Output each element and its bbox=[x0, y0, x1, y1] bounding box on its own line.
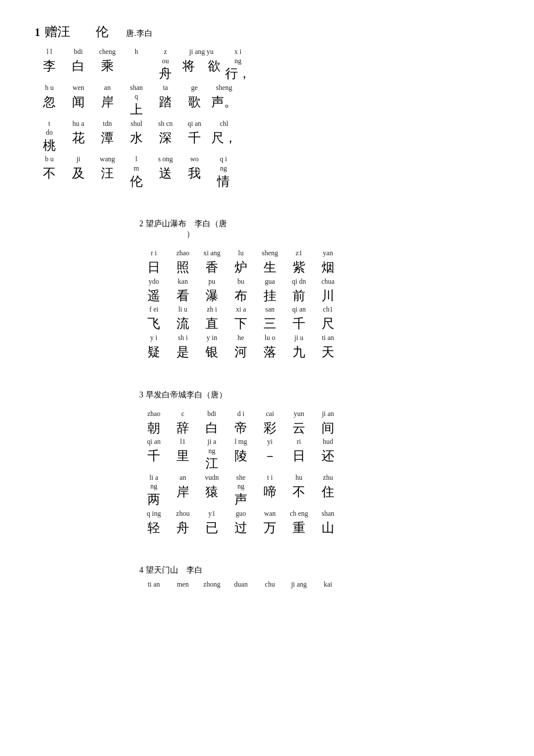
word-unit: qi an 千 bbox=[180, 120, 209, 154]
word-unit: xi ang 香 bbox=[197, 249, 226, 276]
poem-3-line-1: zhao 朝 c 辞 bdi 白 d i 帝 cai 彩 yun 云 bbox=[139, 410, 499, 437]
word-unit: kan 看 bbox=[168, 277, 197, 305]
word-unit: bdi 白 bbox=[197, 410, 226, 437]
word-unit: zhou 舟 bbox=[168, 509, 197, 537]
word-unit: wan 万 bbox=[255, 509, 284, 537]
word-unit: ch eng 重 bbox=[284, 509, 313, 537]
word-unit: ydo 遥 bbox=[139, 277, 168, 305]
word-unit: zh i 直 bbox=[197, 305, 226, 332]
word-unit: bdi 白 bbox=[64, 48, 93, 82]
word-unit: lu o 落 bbox=[255, 334, 284, 361]
word-unit: hu 不 bbox=[284, 473, 313, 508]
poem-1-line-3: t do 桃 hu a 花 tdn 潭 shul 水 sh cn 深 qi an… bbox=[35, 120, 499, 154]
word-unit: xi a 下 bbox=[226, 305, 255, 332]
word-unit: wen 闻 bbox=[64, 84, 93, 118]
word-unit: l l 李 bbox=[35, 48, 64, 82]
word-unit: ji 及 bbox=[64, 155, 93, 190]
word-unit: yi － bbox=[255, 437, 284, 472]
word-unit: hud 还 bbox=[313, 437, 342, 472]
word-unit: ji u 九 bbox=[284, 334, 313, 361]
word-unit: she ng 声 bbox=[226, 473, 255, 508]
word-unit: y1 已 bbox=[197, 509, 226, 537]
word-unit: h u 忽 bbox=[35, 84, 64, 118]
word-unit: cai 彩 bbox=[255, 410, 284, 437]
word-unit: ji a ng 江 bbox=[197, 437, 226, 472]
word-unit: l1 里 bbox=[168, 437, 197, 472]
word-unit: chu bbox=[255, 580, 284, 591]
word-unit: zhong bbox=[197, 580, 226, 591]
word-unit: li a ng 两 bbox=[139, 473, 168, 508]
word-unit: kai bbox=[313, 580, 342, 591]
poem-3-line-2: qi an 千 l1 里 ji a ng 江 l mg 陵 yi － ri 日 bbox=[139, 437, 499, 472]
word-unit: q ing 轻 bbox=[139, 509, 168, 537]
word-unit: shan q 上 bbox=[122, 84, 151, 118]
word-unit: lu 炉 bbox=[226, 249, 255, 276]
word-unit: li u 流 bbox=[168, 305, 197, 332]
poem-3-line-4: q ing 轻 zhou 舟 y1 已 guo 过 wan 万 ch eng 重 bbox=[139, 509, 499, 537]
word-unit: zhu 住 bbox=[313, 473, 342, 508]
word-unit: l mg 陵 bbox=[226, 437, 255, 472]
poem-1-title: 1 赠汪 伦 唐.李白 bbox=[35, 23, 499, 41]
word-unit: duan bbox=[226, 580, 255, 591]
word-unit: an 岸 bbox=[168, 473, 197, 508]
word-unit: wo 我 bbox=[180, 155, 209, 190]
word-unit: sh cn 深 bbox=[151, 120, 180, 154]
word-unit: r i 日 bbox=[139, 249, 168, 276]
word-unit: y i 疑 bbox=[139, 334, 168, 361]
word-unit: hu a 花 bbox=[64, 120, 93, 154]
poem-4-title: 4 望天门山 李白 bbox=[139, 565, 499, 576]
word-unit: an 岸 bbox=[93, 84, 122, 118]
word-unit: yun 云 bbox=[284, 410, 313, 437]
poem-2-title: 2 望庐山瀑布 李白（唐 ） bbox=[139, 219, 499, 240]
poem-2: 2 望庐山瀑布 李白（唐 ） r i 日 zhao 照 xi ang 香 lu … bbox=[35, 219, 499, 360]
poem-1-line-4: b u 不 ji 及 wang 汪 l m 伦 s ong 送 wo 我 bbox=[35, 155, 499, 190]
word-unit: s ong 送 bbox=[151, 155, 180, 190]
word-unit: sh i 是 bbox=[168, 334, 197, 361]
word-unit: ji ang yu 将 欲 bbox=[180, 48, 223, 82]
word-unit: x i ng 行， bbox=[223, 48, 253, 82]
word-unit: vudn 猿 bbox=[197, 473, 226, 508]
poem-1-author: 唐.李白 bbox=[126, 28, 153, 39]
word-unit: guo 过 bbox=[226, 509, 255, 537]
word-unit: sheng 声。 bbox=[209, 84, 239, 118]
poem-4: 4 望天门山 李白 ti an men zhong duan chu bbox=[35, 565, 499, 591]
poem-1-line-1: l l 李 bdi 白 cheng 乘 h z ou 舟 ji ang yu 将 bbox=[35, 48, 499, 82]
word-unit: san 三 bbox=[255, 305, 284, 332]
word-unit: chl 尺， bbox=[209, 120, 239, 154]
word-unit: ge 歌 bbox=[180, 84, 209, 118]
poem-3-title: 3 早发白帝城李白（唐） bbox=[139, 390, 499, 400]
poem-4-line-1-py: ti an men zhong duan chu ji ang bbox=[139, 580, 499, 591]
word-unit: shan 山 bbox=[313, 509, 342, 537]
word-unit: tdn 潭 bbox=[93, 120, 122, 154]
word-unit: b u 不 bbox=[35, 155, 64, 190]
word-unit: qi dn 前 bbox=[284, 277, 313, 305]
word-unit: pu 瀑 bbox=[197, 277, 226, 305]
word-unit: ti an bbox=[139, 580, 168, 591]
poem-1: 1 赠汪 伦 唐.李白 l l 李 bdi 白 cheng 乘 h z bbox=[35, 23, 499, 190]
poem-3-line-3: li a ng 两 an 岸 vudn 猿 she ng 声 t i 啼 hu … bbox=[139, 473, 499, 508]
word-unit: d i 帝 bbox=[226, 410, 255, 437]
word-unit: qi an 千 bbox=[284, 305, 313, 332]
word-unit: zhao 照 bbox=[168, 249, 197, 276]
word-unit: l m 伦 bbox=[122, 155, 151, 190]
word-unit: ji an 间 bbox=[313, 410, 342, 437]
word-unit: he 河 bbox=[226, 334, 255, 361]
word-unit: z ou 舟 bbox=[151, 48, 180, 82]
poem-1-line-2: h u 忽 wen 闻 an 岸 shan q 上 ta 踏 ge 歌 bbox=[35, 84, 499, 118]
word-unit: h bbox=[122, 48, 151, 82]
word-unit: ti an 天 bbox=[313, 334, 342, 361]
word-unit: chua 川 bbox=[313, 277, 342, 305]
poem-1-number: 1 bbox=[35, 27, 40, 39]
poem-2-line-4: y i 疑 sh i 是 y in 银 he 河 lu o 落 ji u 九 bbox=[139, 334, 499, 361]
word-unit: t i 啼 bbox=[255, 473, 284, 508]
word-unit: bu 布 bbox=[226, 277, 255, 305]
poem-3: 3 早发白帝城李白（唐） zhao 朝 c 辞 bdi 白 d i 帝 cai … bbox=[35, 390, 499, 537]
word-unit: y in 银 bbox=[197, 334, 226, 361]
word-unit: ji ang bbox=[284, 580, 313, 591]
word-unit: ch1 尺 bbox=[313, 305, 342, 332]
word-unit: sheng 生 bbox=[255, 249, 284, 276]
word-unit: f ei 飞 bbox=[139, 305, 168, 332]
poem-1-title-chars: 赠汪 伦 bbox=[45, 23, 109, 41]
word-unit: c 辞 bbox=[168, 410, 197, 437]
word-unit: cheng 乘 bbox=[93, 48, 122, 82]
